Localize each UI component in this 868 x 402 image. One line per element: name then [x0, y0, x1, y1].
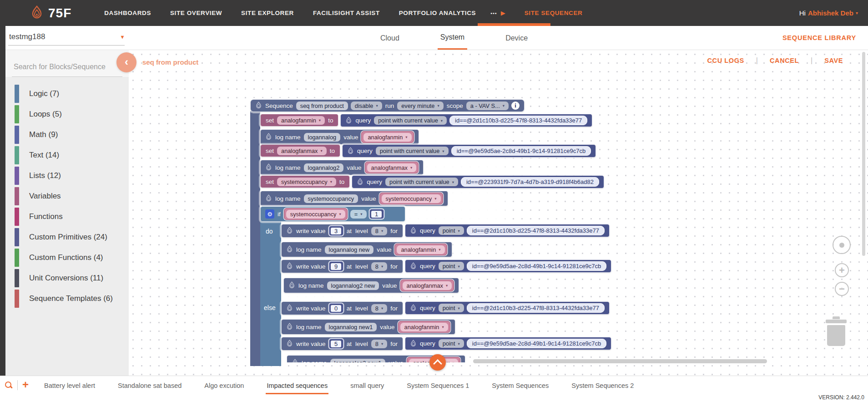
number-field[interactable]: 1 — [371, 211, 382, 218]
dropdown-analogfanmin[interactable]: analogfanmin▾ — [277, 116, 325, 125]
number-field[interactable]: 3 — [331, 228, 341, 234]
query-id-field[interactable]: id==@9e59d5ae-2c8d-49b1-9c14-91281ce9c7c… — [467, 339, 607, 348]
block-stmt[interactable]: log namelogannalog2 newvalueanalogfanmax… — [283, 278, 459, 293]
sidebar-collapse-button[interactable]: ‹ — [116, 52, 136, 72]
block-set[interactable]: setanalogfanmin▾to — [260, 114, 338, 127]
block-stmt[interactable]: write value0atlevel8▾for — [281, 301, 403, 315]
brand-logo[interactable]: 75F — [30, 5, 71, 21]
block-qry[interactable]: querypoint with current value▾id==@2d1c1… — [340, 114, 592, 127]
dropdown-point[interactable]: point▾ — [439, 339, 464, 348]
variable-block[interactable]: systemoccupancy▾ — [284, 208, 348, 220]
block-qry[interactable]: querypoint▾id==@2d1c10b3-d225-47f8-8313-… — [405, 224, 610, 237]
search-input[interactable] — [12, 60, 122, 77]
block-stmt[interactable]: write value3atlevel8▾for — [281, 224, 403, 238]
block-stmt[interactable]: log namelogannalog newvalueanalogfanmin▾ — [281, 242, 452, 257]
nav-item-portfolio-analytics[interactable]: PORTFOLIO ANALYTICS — [399, 10, 476, 16]
block-stmt[interactable]: log namelogannalogvalueanalogfanmin▾ — [260, 129, 419, 145]
sidebar-item-text-14[interactable]: Text (14) — [5, 145, 129, 165]
gear-icon[interactable]: ⚙ — [265, 209, 274, 219]
number-field[interactable]: 9 — [331, 263, 341, 270]
info-icon[interactable]: i — [511, 102, 520, 110]
dropdown-every-minute[interactable]: every minute▾ — [397, 102, 444, 110]
sidebar-item-variables[interactable]: Variables — [5, 186, 129, 206]
user-menu[interactable]: Hi Abhishek Deb ▾ — [799, 0, 858, 26]
vertical-scrollbar[interactable] — [862, 52, 865, 256]
sidebar-item-custom-functions-4[interactable]: Custom Functions (4) — [5, 247, 129, 268]
block-set[interactable]: setsystemoccupancy▾to — [260, 175, 350, 188]
text-field-logannalog-new1[interactable]: logannalog new1 — [325, 323, 377, 331]
tab-device[interactable]: Device — [503, 27, 530, 49]
block-qry[interactable]: querypoint▾id==@9e59d5ae-2c8d-49b1-9c14-… — [405, 337, 611, 350]
dropdown-a-vav-s[interactable]: a - VAV S...▾ — [466, 102, 509, 110]
variable-dropdown-analogfanmax[interactable]: analogfanmax▾ — [367, 163, 417, 172]
block-hdr[interactable]: Sequenceseq from productdisable▾runevery… — [250, 99, 525, 112]
ccu-logs-button[interactable]: CCU LOGS — [707, 57, 744, 64]
block-row[interactable]: log namelogannalog2 newvalueanalogfanmax… — [283, 278, 459, 293]
text-field-logannalog2-new[interactable]: logannalog2 new — [327, 281, 379, 290]
block-row[interactable]: log namelogannalog newvalueanalogfanmin▾ — [281, 242, 452, 257]
bottom-tab-system-sequences[interactable]: System Sequences — [491, 377, 550, 394]
query-id-field[interactable]: id==@2d1c10b3-d225-47f8-8313-4432fda33e7… — [449, 116, 587, 125]
bottom-tab-small-query[interactable]: small query — [349, 377, 385, 394]
nav-item-site-overview[interactable]: SITE OVERVIEW — [170, 10, 222, 16]
bottom-tab-impacted-sequences[interactable]: Impacted sequences — [266, 377, 328, 394]
cancel-button[interactable]: CANCEL — [770, 57, 799, 64]
dropdown-8[interactable]: 8▾ — [371, 262, 387, 271]
bottom-tab-algo-excution[interactable]: Algo excution — [203, 377, 245, 394]
sidebar-item-lists-12[interactable]: Lists (12) — [5, 165, 129, 186]
trash-can[interactable] — [826, 316, 847, 346]
variable-dropdown-analogfanmin[interactable]: analogfanmin▾ — [400, 323, 448, 331]
variable-dropdown-analogfanmin[interactable]: analogfanmin▾ — [397, 245, 444, 254]
block-stmt[interactable]: log namesystemoccupancyvaluesystemoccupa… — [260, 191, 448, 206]
nav-item-dashboards[interactable]: DASHBOARDS — [104, 10, 151, 16]
dropdown-[interactable]: =▾ — [350, 210, 367, 219]
dropdown-point[interactable]: point▾ — [439, 226, 464, 235]
sidebar-item-unit-conversions-11[interactable]: Unit Conversions (11) — [5, 268, 129, 288]
sidebar-item-custom-primitives-24[interactable]: Custom Primitives (24) — [5, 227, 129, 247]
block-row[interactable]: setanalogfanmin▾toquerypoint with curren… — [260, 114, 592, 127]
nav-item-site-sequencer[interactable]: SITE SEQUENCER — [525, 10, 583, 16]
block-qry[interactable]: querypoint▾id==@9e59d5ae-2c8d-49b1-9c14-… — [405, 260, 611, 273]
variable-dropdown-systemoccupancy[interactable]: systemoccupancy▾ — [286, 210, 345, 219]
block-row[interactable]: log namelogannalog new1valueanalogfanmin… — [281, 319, 455, 335]
number-field[interactable]: 0 — [331, 305, 341, 312]
variable-block[interactable]: analogfanmin▾ — [361, 131, 414, 143]
text-field-logannalog2[interactable]: logannalog2 — [304, 163, 344, 172]
dropdown-point[interactable]: point▾ — [439, 262, 464, 270]
bottom-tab-system-sequences-1[interactable]: System Sequences 1 — [406, 377, 470, 394]
text-field-logannalog2-new1[interactable]: logannalog2 new1 — [330, 359, 386, 363]
variable-block[interactable]: analogfanmax▾ — [365, 162, 419, 173]
block-row[interactable]: write value5atlevel8▾forquerypoint▾id==@… — [281, 337, 611, 351]
sequence-library-link[interactable]: SEQUENCE LIBRARY — [782, 34, 856, 41]
block-qry[interactable]: querypoint with current value▾id==@22393… — [352, 175, 604, 188]
variable-block[interactable]: analogfanmin▾ — [394, 244, 447, 255]
variable-block[interactable]: analogfanmin▾ — [398, 321, 450, 333]
block-row[interactable]: log namelogannalog2valueanalogfanmax▾ — [260, 160, 424, 175]
block-row[interactable]: log namelogannalogvalueanalogfanmin▾ — [260, 129, 419, 145]
text-field-systemoccupancy[interactable]: systemoccupancy — [304, 194, 358, 203]
bottom-tab-battery-level-alert[interactable]: Battery level alert — [43, 377, 96, 394]
nav-more-menu[interactable]: ••• ▶ — [490, 10, 505, 16]
block-stmt[interactable]: log namelogannalog2valueanalogfanmax▾ — [260, 160, 424, 175]
dropdown-8[interactable]: 8▾ — [371, 304, 387, 313]
site-selector[interactable]: testmg188 ▾ — [8, 31, 125, 46]
nav-item-facilisight-assist[interactable]: FACILISIGHT ASSIST — [313, 10, 380, 16]
text-field-logannalog-new[interactable]: logannalog new — [325, 245, 374, 254]
tab-cloud[interactable]: Cloud — [378, 27, 402, 49]
sequence-canvas[interactable]: seq from product CCU LOGS|CANCEL|SAVE Se… — [129, 50, 868, 376]
block-if[interactable]: ⚙ifsystemoccupancy▾=▾1 — [260, 206, 405, 222]
dropdown-systemoccupancy[interactable]: systemoccupancy▾ — [277, 178, 336, 186]
dropdown-point-with-current-value[interactable]: point with current value▾ — [385, 178, 458, 186]
nav-item-site-explorer[interactable]: SITE EXPLORER — [241, 10, 294, 16]
scroll-up-button[interactable] — [429, 354, 446, 371]
query-id-field[interactable]: id==@2d1c10b3-d225-47f8-8313-4432fda33e7… — [467, 226, 605, 235]
add-sequence-button[interactable]: + — [22, 379, 29, 390]
horizontal-scrollbar[interactable] — [473, 359, 767, 363]
number-block[interactable]: 5 — [329, 339, 343, 349]
save-button[interactable]: SAVE — [824, 57, 843, 64]
sidebar-item-logic-7[interactable]: Logic (7) — [5, 83, 129, 104]
number-block[interactable]: 3 — [329, 226, 343, 236]
sidebar-item-math-9[interactable]: Math (9) — [5, 124, 129, 145]
variable-block[interactable]: systemoccupancy▾ — [379, 193, 443, 204]
number-block[interactable]: 0 — [329, 303, 343, 313]
